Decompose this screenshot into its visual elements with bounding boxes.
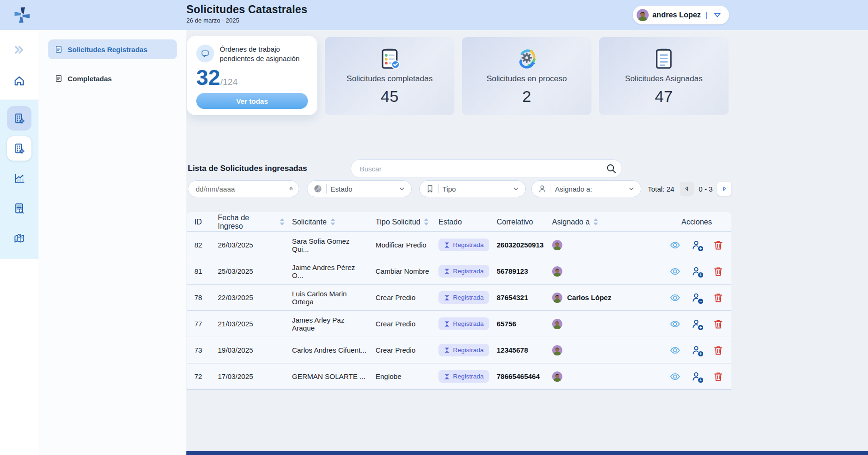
clipboard-check-icon	[378, 47, 401, 70]
cell-asignado	[545, 345, 662, 355]
cell-id: 81	[187, 267, 210, 275]
cell-correlativo: 260320250913	[489, 241, 545, 249]
tipo-filter-select[interactable]: Tipo	[419, 180, 526, 197]
search-icon[interactable]	[606, 163, 617, 174]
assignee-avatar[interactable]	[552, 293, 562, 303]
assign-user-button[interactable]: +	[691, 345, 702, 356]
chart-line-icon	[13, 172, 25, 185]
triangle-down-icon[interactable]	[712, 10, 722, 20]
stat-value: 47	[655, 87, 673, 106]
table-row[interactable]: 82 26/03/2025 Sara Sofia Gomez Qui... Mo…	[187, 232, 731, 258]
sort-icon[interactable]	[280, 218, 284, 225]
view-button[interactable]	[669, 239, 681, 251]
table-row[interactable]: 78 22/03/2025 Luis Carlos Marin Ortega C…	[187, 285, 731, 311]
stat-label: Solicitudes completadas	[346, 74, 432, 84]
assignee-avatar[interactable]	[552, 319, 562, 329]
page-title: Solicitudes Catastrales	[186, 3, 307, 16]
view-button[interactable]	[669, 371, 681, 382]
delete-button[interactable]	[713, 266, 724, 277]
page-date: 26 de marzo - 2025	[186, 17, 307, 24]
title-block: Solicitudes Catastrales 26 de marzo - 20…	[186, 3, 307, 24]
estado-filter-label: Estado	[330, 185, 394, 193]
table-row[interactable]: 72 17/03/2025 GERMAN SOLARTE ... Englobe…	[187, 363, 731, 390]
sort-icon[interactable]	[424, 218, 429, 225]
main-content: Órdenes de trabajo pendientes de asignac…	[186, 30, 868, 455]
cell-estado: Registrada	[431, 317, 489, 330]
assignee-avatar[interactable]	[552, 371, 562, 382]
asignado-filter-select[interactable]: Asignado a:	[531, 180, 641, 197]
table-row[interactable]: 81 25/03/2025 Jaime Andres Pérez O... Ca…	[187, 258, 731, 285]
document-icon	[54, 45, 63, 54]
cell-tipo: Crear Predio	[368, 320, 431, 328]
estado-filter-select[interactable]: Estado	[307, 180, 412, 197]
bookmark-icon	[425, 184, 435, 193]
assign-user-button[interactable]: +	[691, 318, 702, 330]
status-disc-icon	[313, 184, 323, 193]
assignee-avatar[interactable]	[552, 240, 562, 250]
nav-item-completadas[interactable]: Completadas	[48, 69, 177, 88]
assign-user-button[interactable]: +	[691, 239, 702, 251]
assign-user-button[interactable]: +	[691, 266, 702, 277]
delete-button[interactable]	[713, 345, 724, 356]
sidebar-item-consulta-documentos[interactable]	[7, 196, 31, 221]
cell-solicitante: Carlos Andres Cifuent...	[284, 346, 368, 354]
tipo-filter-label: Tipo	[443, 185, 509, 193]
trash-icon	[713, 318, 724, 330]
chevron-down-icon	[628, 185, 635, 193]
hourglass-icon	[444, 347, 450, 353]
delete-button[interactable]	[713, 371, 724, 382]
cell-tipo: Crear Predio	[368, 346, 431, 354]
building-settings-icon	[13, 142, 25, 154]
sort-icon[interactable]	[593, 218, 598, 225]
delete-button[interactable]	[713, 239, 724, 251]
date-input[interactable]	[196, 185, 289, 193]
assign-user-button[interactable]: −	[691, 292, 702, 303]
view-button[interactable]	[669, 266, 681, 277]
search-input[interactable]	[360, 165, 606, 173]
pagination-next-button[interactable]	[717, 182, 731, 196]
total-count-label: Total: 24	[648, 185, 675, 193]
sidebar-collapse-button[interactable]	[0, 38, 38, 62]
cell-fecha: 25/03/2025	[210, 267, 284, 275]
document-search-icon	[13, 202, 25, 215]
view-button[interactable]	[669, 318, 681, 330]
nav-item-solicitudes-registradas[interactable]: Solicitudes Registradas	[48, 39, 177, 59]
building-settings-icon	[13, 112, 25, 124]
status-badge: Registrada	[438, 239, 489, 251]
eye-icon	[669, 371, 681, 382]
assignee-avatar[interactable]	[552, 345, 562, 355]
user-name: andres Lopez	[653, 11, 701, 19]
delete-button[interactable]	[713, 318, 724, 330]
table-header-row: ID Fecha de Ingreso Solicitante Tipo Sol…	[187, 212, 731, 232]
cell-estado: Registrada	[431, 370, 489, 383]
sidebar-item-home[interactable]	[0, 69, 38, 93]
person-icon	[538, 184, 547, 193]
table-row[interactable]: 73 19/03/2025 Carlos Andres Cifuent... C…	[187, 337, 731, 363]
cell-estado: Registrada	[431, 239, 489, 251]
cell-id: 78	[187, 293, 210, 301]
sidebar-item-solicitudes-active[interactable]	[7, 106, 31, 131]
solicitudes-table: ID Fecha de Ingreso Solicitante Tipo Sol…	[187, 212, 731, 390]
cell-solicitante: James Arley Paz Araque	[284, 316, 368, 332]
user-menu[interactable]: andres Lopez |	[633, 6, 729, 24]
view-button[interactable]	[669, 292, 681, 303]
delete-button[interactable]	[713, 292, 724, 303]
calendar-icon[interactable]	[289, 185, 293, 193]
assignee-avatar[interactable]	[552, 266, 562, 277]
view-button[interactable]	[669, 345, 681, 356]
sidebar-item-mapa[interactable]	[7, 226, 31, 251]
cell-estado: Registrada	[431, 344, 489, 356]
cell-correlativo: 87654321	[489, 293, 545, 301]
assign-user-button[interactable]: +	[691, 371, 702, 382]
hourglass-icon	[444, 321, 450, 327]
app-logo-icon[interactable]	[12, 5, 32, 25]
left-panel: Solicitudes Registradas Completadas	[38, 30, 186, 455]
ver-todas-button[interactable]: Ver todas	[196, 93, 308, 109]
sidebar-item-reportes[interactable]	[7, 166, 31, 191]
assignee-name: Carlos López	[567, 293, 611, 301]
table-row[interactable]: 77 21/03/2025 James Arley Paz Araque Cre…	[187, 311, 731, 337]
sidebar-item-solicitudes-alt[interactable]	[7, 136, 31, 161]
pagination-prev-button[interactable]	[680, 182, 694, 196]
cell-asignado	[545, 371, 662, 382]
sort-icon[interactable]	[330, 218, 335, 225]
